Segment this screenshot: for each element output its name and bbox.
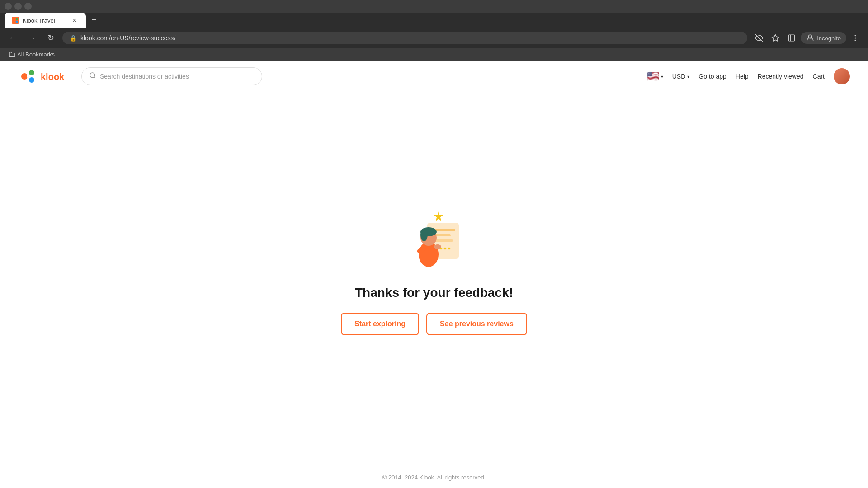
svg-point-29 bbox=[434, 244, 441, 249]
minimize-button[interactable] bbox=[5, 3, 12, 10]
bookmarks-bar: All Bookmarks bbox=[0, 48, 868, 61]
bookmarks-label: All Bookmarks bbox=[17, 51, 55, 58]
help-link[interactable]: Help bbox=[736, 73, 749, 80]
svg-point-12 bbox=[29, 70, 34, 75]
refresh-button[interactable]: ↻ bbox=[43, 31, 58, 45]
see-previous-reviews-button[interactable]: See previous reviews bbox=[426, 313, 527, 335]
browser-chrome: Klook Travel ✕ + ← → ↻ 🔒 klook.com/en-US… bbox=[0, 0, 868, 61]
svg-marker-4 bbox=[772, 35, 779, 41]
logo-icon bbox=[18, 66, 38, 86]
address-bar[interactable]: 🔒 klook.com/en-US/review-success/ bbox=[62, 32, 747, 44]
sparkle bbox=[434, 211, 443, 221]
search-icon bbox=[89, 72, 96, 81]
svg-point-0 bbox=[13, 19, 15, 22]
search-bar[interactable]: Search destinations or activities bbox=[81, 67, 262, 85]
svg-point-9 bbox=[855, 38, 856, 38]
language-chevron-icon: ▾ bbox=[661, 74, 663, 79]
lock-icon: 🔒 bbox=[70, 35, 77, 42]
titlebar bbox=[0, 0, 868, 13]
svg-point-27 bbox=[420, 229, 428, 241]
logo-text: klook bbox=[41, 71, 68, 82]
maximize-button[interactable] bbox=[14, 3, 22, 10]
incognito-label: Incognito bbox=[817, 35, 841, 42]
website: klook Search destinations or activities … bbox=[0, 61, 868, 488]
svg-text:klook: klook bbox=[41, 72, 65, 82]
currency-label: USD bbox=[672, 73, 686, 80]
tab-close-button[interactable]: ✕ bbox=[71, 16, 79, 24]
search-placeholder: Search destinations or activities bbox=[100, 73, 189, 80]
sidebar-icon[interactable] bbox=[784, 31, 799, 45]
forward-button[interactable]: → bbox=[24, 31, 39, 45]
bookmark-star-icon[interactable] bbox=[768, 31, 783, 45]
recently-viewed-link[interactable]: Recently viewed bbox=[758, 73, 804, 80]
success-title: Thanks for your feedback! bbox=[355, 286, 513, 300]
cart-link[interactable]: Cart bbox=[813, 73, 825, 80]
flag-emoji: 🇺🇸 bbox=[647, 70, 659, 82]
incognito-button[interactable]: Incognito bbox=[801, 32, 846, 44]
svg-point-10 bbox=[855, 40, 856, 41]
svg-line-17 bbox=[94, 77, 95, 78]
more-options-icon[interactable] bbox=[848, 31, 863, 45]
bookmarks-folder[interactable]: All Bookmarks bbox=[5, 50, 58, 59]
avatar[interactable] bbox=[834, 68, 850, 84]
url-text: klook.com/en-US/review-success/ bbox=[80, 34, 175, 42]
svg-marker-18 bbox=[434, 211, 443, 221]
klook-logo[interactable]: klook bbox=[18, 66, 68, 86]
svg-point-13 bbox=[29, 77, 34, 83]
back-button[interactable]: ← bbox=[5, 31, 20, 45]
language-button[interactable]: 🇺🇸 ▾ bbox=[647, 70, 663, 82]
window-controls bbox=[5, 3, 32, 10]
currency-chevron-icon: ▾ bbox=[687, 74, 689, 79]
navbar: klook Search destinations or activities … bbox=[0, 61, 868, 92]
new-tab-button[interactable]: + bbox=[87, 13, 101, 27]
start-exploring-button[interactable]: Start exploring bbox=[341, 313, 419, 335]
tab-title: Klook Travel bbox=[23, 17, 55, 24]
avatar-image bbox=[834, 68, 850, 84]
svg-rect-5 bbox=[788, 35, 795, 41]
main-content: ★★★★★ Thanks for your feedback! Start ex… bbox=[0, 92, 868, 464]
tab-favicon bbox=[12, 17, 19, 24]
goto-app-link[interactable]: Go to app bbox=[698, 73, 726, 80]
active-tab[interactable]: Klook Travel ✕ bbox=[5, 13, 86, 28]
svg-point-14 bbox=[27, 75, 29, 78]
footer: © 2014–2024 Klook. All rights reserved. bbox=[0, 464, 868, 488]
svg-point-1 bbox=[16, 18, 18, 20]
copyright-text: © 2014–2024 Klook. All rights reserved. bbox=[382, 474, 486, 481]
nav-right: 🇺🇸 ▾ USD ▾ Go to app Help Recently viewe… bbox=[647, 68, 850, 84]
action-buttons: Start exploring See previous reviews bbox=[341, 313, 527, 335]
toolbar-icons: Incognito bbox=[752, 31, 863, 45]
currency-button[interactable]: USD ▾ bbox=[672, 73, 690, 80]
svg-point-2 bbox=[16, 21, 18, 23]
svg-point-11 bbox=[21, 73, 28, 80]
svg-point-16 bbox=[90, 73, 95, 78]
tab-bar: Klook Travel ✕ + bbox=[0, 13, 868, 28]
close-button[interactable] bbox=[24, 3, 32, 10]
success-illustration: ★★★★★ bbox=[398, 202, 470, 275]
eye-slash-icon[interactable] bbox=[752, 31, 766, 45]
address-bar-row: ← → ↻ 🔒 klook.com/en-US/review-success/ bbox=[0, 28, 868, 48]
svg-point-8 bbox=[855, 35, 856, 36]
